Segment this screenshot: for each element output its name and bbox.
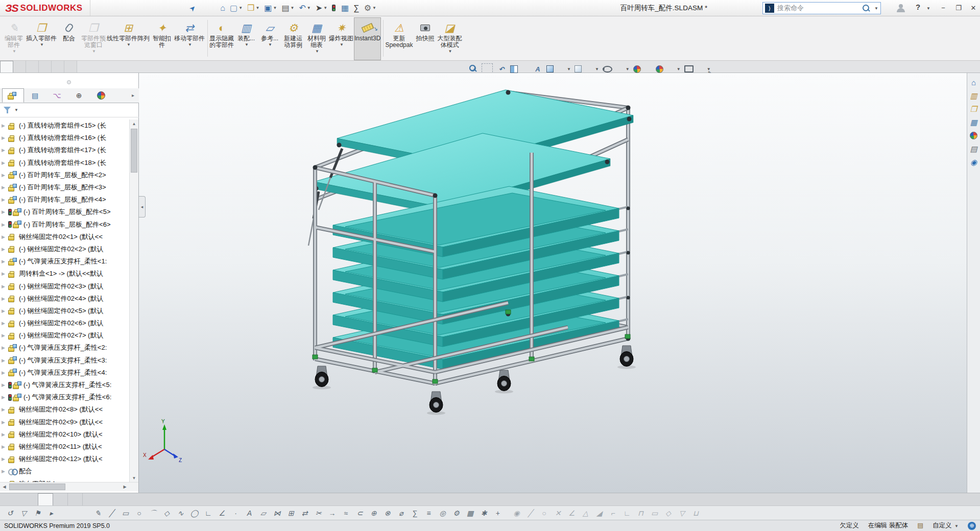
dropdown-caret-icon[interactable]: ▼ [92, 49, 96, 54]
edit-appearance-icon[interactable]: ▼ [633, 64, 652, 74]
play-icon[interactable]: ▸ [45, 507, 57, 519]
expand-arrow-icon[interactable]: ▶ [2, 407, 8, 412]
hide-show-items-icon[interactable]: ▼ [603, 64, 630, 74]
file-properties-icon[interactable]: ▦▼ [340, 2, 350, 14]
tree-item[interactable]: ▶ (-) 气弹簧液压支撑杆_柔性<6: [0, 391, 129, 403]
appearances-scenes-icon[interactable] [969, 130, 979, 140]
edit-component-button[interactable]: ✎ 编辑零 部件 ▼ [2, 17, 26, 60]
smart-dimension-icon[interactable]: ✎ [92, 507, 104, 519]
tree-vertical-scrollbar[interactable]: ▲ ▼ [129, 119, 138, 482]
expand-arrow-icon[interactable]: ▶ [2, 222, 8, 227]
open-file-icon[interactable]: ❒▼ [246, 2, 261, 14]
expand-arrow-icon[interactable]: ▶ [2, 284, 8, 289]
tab-layout[interactable] [13, 61, 26, 73]
measure-icon[interactable]: ⌀ [395, 507, 407, 519]
restore-button[interactable]: ❐ [951, 0, 966, 15]
tree-item[interactable]: ▶ 钢丝绳固定件02<10> (默认< [0, 428, 129, 441]
dimxpertmanager-tab[interactable]: ⊕ [68, 88, 90, 103]
tree-item[interactable]: ▶ (-) 钢丝绳固定件02<5> (默认 [0, 305, 129, 317]
expand-arrow-icon[interactable]: ▶ [2, 296, 8, 301]
arc-icon[interactable]: ⌒ [147, 507, 159, 519]
configurationmanager-tab[interactable]: ⌥ [46, 88, 68, 103]
expand-arrow-icon[interactable]: ▶ [2, 197, 8, 202]
new-motion-study-button[interactable]: ⚙ 新建运 动算例 ▼ [281, 17, 305, 60]
component-preview-window-button[interactable]: ❒ 零部件预 览窗口 ▼ [81, 17, 106, 60]
insert-components-button[interactable]: ❒ 插入零部件 ▼ [26, 17, 57, 60]
expand-arrow-icon[interactable]: ▶ [2, 259, 8, 264]
manager-tabs-more-icon[interactable]: ▸ [132, 92, 134, 98]
tree-item[interactable]: ▶ (-) 直线转动滑套组件<17> (长 [0, 144, 129, 156]
view-palette-icon[interactable]: ▦ [969, 117, 979, 127]
view-settings-icon[interactable]: ▼ [684, 64, 711, 74]
line-icon[interactable]: ╱ [106, 507, 117, 519]
mirror-icon[interactable]: ⋈ [271, 507, 283, 519]
tree-item[interactable]: ▶ (-) 百叶周转车_层板_配件<6> [0, 219, 129, 231]
expand-arrow-icon[interactable]: ▶ [2, 469, 8, 474]
featuremanager-tab[interactable] [2, 88, 24, 103]
hscroll-thumb[interactable] [9, 484, 65, 490]
tree-item[interactable]: ▶ 镜向零部件1 [0, 477, 129, 482]
point-icon[interactable]: · [230, 507, 242, 519]
new-file-icon[interactable]: ▢▼ [228, 2, 244, 14]
expand-arrow-icon[interactable]: ▶ [2, 160, 8, 165]
previous-view-icon[interactable]: ↶▼ [496, 64, 507, 74]
help-caret-icon[interactable]: ▼ [926, 6, 930, 11]
expand-arrow-icon[interactable]: ▶ [2, 308, 8, 313]
search-input[interactable]: 搜索命令 [777, 4, 859, 13]
exploded-view-button[interactable]: ✷ 爆炸视图 ▼ [328, 17, 354, 60]
search-commands-box[interactable]: ⟩ 搜索命令 ▼ [762, 2, 881, 14]
tree-item[interactable]: ▶ (-) 百叶周转车_层板_配件<3> [0, 181, 129, 194]
take-snapshot-button[interactable]: 拍快照 ▼ [413, 17, 437, 60]
propertymanager-tab[interactable]: ▤ [24, 88, 46, 103]
expand-arrow-icon[interactable]: ▶ [2, 395, 8, 400]
apply-scene-icon[interactable]: ▼ [656, 64, 681, 74]
cup-tool-icon[interactable]: ⊔ [690, 507, 702, 519]
tree-item[interactable]: ▶ (-) 钢丝绳固定件02<3> (默认 [0, 280, 129, 292]
tree-item[interactable]: ▶ (-) 气弹簧液压支撑杆_柔性<1: [0, 255, 129, 268]
tab-assembly[interactable] [0, 61, 13, 73]
tree-item[interactable]: ▶ (-) 直线转动滑套组件<18> (长 [0, 157, 129, 169]
offset-icon[interactable]: ≈ [340, 507, 352, 519]
expand-arrow-icon[interactable]: ▶ [2, 370, 8, 375]
line-tool-icon[interactable]: ╱ [524, 507, 536, 519]
graphics-viewport[interactable]: Y X Z [139, 73, 967, 493]
displaymanager-tab[interactable] [90, 88, 112, 103]
panel-collapse-handle[interactable]: ◂ [139, 196, 146, 218]
bill-of-materials-button[interactable]: ▦ 材料明 细表 ▼ [305, 17, 328, 60]
grid-icon[interactable]: ▦ [464, 507, 476, 519]
expand-arrow-icon[interactable]: ▶ [2, 173, 8, 178]
split-icon[interactable]: ⊗ [381, 507, 393, 519]
options-gear-icon[interactable]: ⚙▼ [363, 2, 378, 14]
extend-icon[interactable]: → [326, 507, 338, 519]
expand-arrow-icon[interactable]: ▶ [2, 209, 8, 214]
rebuild-icon[interactable]: ↺ [4, 507, 16, 519]
dropdown-caret-icon[interactable]: ▼ [315, 49, 319, 54]
expand-arrow-icon[interactable]: ▶ [2, 135, 8, 140]
tab-evaluate[interactable] [39, 61, 52, 73]
update-speedpak-button[interactable]: ⚠ 更新 Speedpak ▼ [385, 17, 413, 60]
assembly-features-button[interactable]: ▥ 装配... ▼ [234, 17, 258, 60]
expand-arrow-icon[interactable]: ▶ [2, 456, 8, 462]
linear-component-pattern-button[interactable]: ⊞ 线性零部件阵列 ▼ [106, 17, 150, 60]
motion-study-tab[interactable] [68, 493, 83, 505]
vscroll-thumb[interactable] [131, 129, 137, 173]
cart-3d-model[interactable]: Y X Z [139, 73, 967, 493]
display-style-icon[interactable]: ▼ [575, 64, 599, 74]
text-icon[interactable]: A [244, 507, 255, 519]
corner-tool-icon[interactable]: ◢ [593, 507, 605, 519]
forum-icon[interactable]: ◉ [969, 157, 979, 167]
design-library-icon[interactable]: ▥ [969, 90, 979, 101]
cap-tool-icon[interactable]: ⊓ [635, 507, 647, 519]
tab-sketch[interactable] [26, 61, 39, 73]
show-hidden-components-button[interactable]: ◐ 显示隐藏 的零部件 ▼ [209, 17, 234, 60]
tree-item-mates[interactable]: ▶ 配合 [0, 465, 129, 477]
add-icon[interactable]: + [492, 507, 504, 519]
flag-icon[interactable]: ⚑ [32, 507, 43, 519]
perp-tool-icon[interactable]: ∟ [621, 507, 633, 519]
scroll-left-icon[interactable]: ◀ [0, 482, 9, 491]
trim-icon[interactable]: ✂ [313, 507, 324, 519]
smart-fasteners-button[interactable]: ✦ 智能扣 件 ▼ [150, 17, 174, 60]
section-properties-icon[interactable]: ≡ [423, 507, 435, 519]
dropdown-caret-icon[interactable]: ▼ [188, 42, 192, 47]
triangle-tool-icon[interactable]: △ [580, 507, 591, 519]
